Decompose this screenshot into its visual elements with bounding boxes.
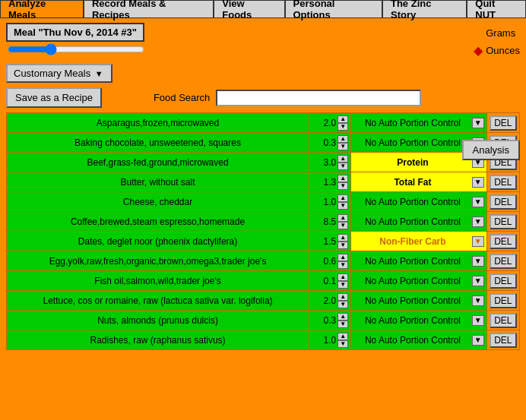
search-row: Save as a Recipe Food Search [0, 84, 526, 111]
del-button[interactable]: DEL [490, 254, 516, 269]
del-button[interactable]: DEL [490, 175, 516, 190]
meal-title: Meal "Thu Nov 6, 2014 #3" [6, 23, 144, 42]
amount-cell: 2.0 ▲ ▼ [309, 113, 351, 133]
amount-cell: 1.0 ▲ ▼ [309, 192, 351, 212]
amount-up-button[interactable]: ▲ [337, 175, 348, 182]
amount-down-button[interactable]: ▼ [337, 242, 348, 249]
food-name-cell: Asparagus,frozen,microwaved [7, 113, 309, 133]
portion-cell: Total Fat ▼ [351, 172, 487, 192]
amount-down-button[interactable]: ▼ [337, 261, 348, 269]
del-button[interactable]: DEL [490, 194, 516, 210]
amount-value: 0.1 [312, 276, 337, 286]
food-search-input[interactable] [216, 90, 421, 106]
meal-slider[interactable] [8, 46, 144, 52]
tab-analyze-meals[interactable]: Analyze Meals [0, 0, 84, 18]
save-recipe-button[interactable]: Save as a Recipe [6, 87, 102, 108]
del-cell: DEL [486, 113, 519, 133]
del-button[interactable]: DEL [490, 293, 516, 308]
amount-down-button[interactable]: ▼ [337, 143, 348, 150]
ounces-row[interactable]: ◆ Ounces [474, 43, 520, 58]
portion-dropdown-arrow[interactable]: ▼ [472, 276, 484, 286]
amount-down-button[interactable]: ▼ [337, 222, 348, 229]
table-row: Radishes, raw (raphanus sativus) 1.0 ▲ ▼… [7, 330, 520, 350]
grams-radio-icon: ◆ [474, 26, 483, 40]
amount-down-button[interactable]: ▼ [337, 123, 348, 131]
amount-up-button[interactable]: ▲ [337, 115, 348, 123]
portion-dropdown-arrow[interactable]: ▼ [472, 295, 484, 306]
del-cell: DEL [486, 311, 519, 330]
amount-up-button[interactable]: ▲ [337, 293, 348, 301]
portion-dropdown-arrow[interactable]: ▼ [472, 216, 484, 227]
amount-up-button[interactable]: ▲ [337, 194, 348, 202]
amount-cell: 0.3 ▲ ▼ [309, 311, 351, 330]
amount-up-button[interactable]: ▲ [337, 333, 348, 340]
tab-quit-nut[interactable]: Quit NUT [467, 0, 526, 18]
portion-dropdown-arrow[interactable]: ▼ [472, 335, 484, 346]
amount-value: 1.0 [312, 197, 337, 207]
amount-cell: 0.1 ▲ ▼ [309, 271, 351, 291]
portion-label: No Auto Portion Control [353, 295, 472, 306]
del-button[interactable]: DEL [490, 234, 516, 249]
del-button[interactable]: DEL [490, 115, 516, 131]
amount-value: 1.0 [312, 335, 337, 346]
tab-bar: Analyze Meals Record Meals & Recipes Vie… [0, 0, 526, 18]
amount-value: 2.0 [312, 295, 337, 306]
del-button[interactable]: DEL [490, 214, 516, 229]
amount-spinners: ▲ ▼ [337, 333, 348, 348]
del-button[interactable]: DEL [490, 333, 516, 348]
food-name-cell: Baking chocolate, unsweetened, squares [7, 133, 309, 153]
amount-up-button[interactable]: ▲ [337, 273, 348, 281]
del-button[interactable]: DEL [490, 313, 516, 328]
ounces-label: Ounces [486, 45, 520, 56]
portion-dropdown-arrow[interactable]: ▼ [472, 315, 484, 326]
portion-dropdown-arrow[interactable]: ▼ [472, 177, 484, 188]
portion-label: No Auto Portion Control [353, 276, 472, 286]
portion-dropdown-arrow[interactable]: ▼ [472, 197, 484, 207]
amount-down-button[interactable]: ▼ [337, 182, 348, 190]
portion-dropdown-arrow[interactable]: ▼ [472, 118, 484, 128]
food-name-cell: Coffee,brewed,steam espresso,homemade [7, 212, 309, 232]
tab-personal-options[interactable]: Personal Options [285, 0, 382, 18]
del-button[interactable]: DEL [490, 273, 516, 289]
portion-cell: No Auto Portion Control ▼ [351, 192, 487, 212]
portion-cell: No Auto Portion Control ▼ [351, 291, 487, 311]
del-cell: DEL [486, 271, 519, 291]
amount-down-button[interactable]: ▼ [337, 202, 348, 210]
amount-up-button[interactable]: ▲ [337, 214, 348, 222]
amount-spinners: ▲ ▼ [337, 214, 348, 229]
amount-down-button[interactable]: ▼ [337, 281, 348, 289]
amount-cell: 0.3 ▲ ▼ [309, 133, 351, 153]
tab-view-foods[interactable]: View Foods [214, 0, 284, 18]
amount-spinners: ▲ ▼ [337, 135, 348, 150]
amount-up-button[interactable]: ▲ [337, 155, 348, 163]
customary-meals-button[interactable]: Customary Meals ▼ [6, 64, 112, 83]
amount-spinners: ▲ ▼ [337, 194, 348, 210]
portion-dropdown-arrow[interactable]: ▼ [472, 256, 484, 267]
grams-row[interactable]: ◆ Grams [474, 26, 515, 40]
tab-record-meals[interactable]: Record Meals & Recipes [84, 0, 214, 18]
del-cell: DEL [486, 192, 519, 212]
table-row: Butter, without salt 1.3 ▲ ▼ Total Fat ▼… [7, 172, 520, 192]
table-row: Baking chocolate, unsweetened, squares 0… [7, 133, 520, 153]
amount-down-button[interactable]: ▼ [337, 321, 348, 328]
portion-cell: No Auto Portion Control ▼ [351, 311, 487, 330]
table-row: Beef,grass-fed,ground,microwaved 3.0 ▲ ▼… [7, 153, 520, 172]
food-name-cell: Nuts, almonds (prunus dulcis) [7, 311, 309, 330]
amount-up-button[interactable]: ▲ [337, 254, 348, 261]
analysis-button[interactable]: Analysis [462, 140, 520, 160]
food-table: Asparagus,frozen,microwaved 2.0 ▲ ▼ No A… [6, 112, 520, 350]
amount-down-button[interactable]: ▼ [337, 301, 348, 308]
amount-up-button[interactable]: ▲ [337, 234, 348, 242]
amount-down-button[interactable]: ▼ [337, 163, 348, 170]
amount-value: 1.3 [312, 177, 337, 188]
amount-up-button[interactable]: ▲ [337, 313, 348, 321]
amount-up-button[interactable]: ▲ [337, 135, 348, 143]
tab-zinc-story[interactable]: The Zinc Story [382, 0, 467, 18]
del-cell: DEL [486, 212, 519, 232]
amount-cell: 2.0 ▲ ▼ [309, 291, 351, 311]
amount-cell: 0.6 ▲ ▼ [309, 251, 351, 271]
grams-label: Grams [486, 27, 515, 39]
amount-down-button[interactable]: ▼ [337, 340, 348, 348]
food-search-label: Food Search [154, 92, 210, 103]
portion-dropdown-arrow[interactable]: ▼ [472, 236, 484, 247]
